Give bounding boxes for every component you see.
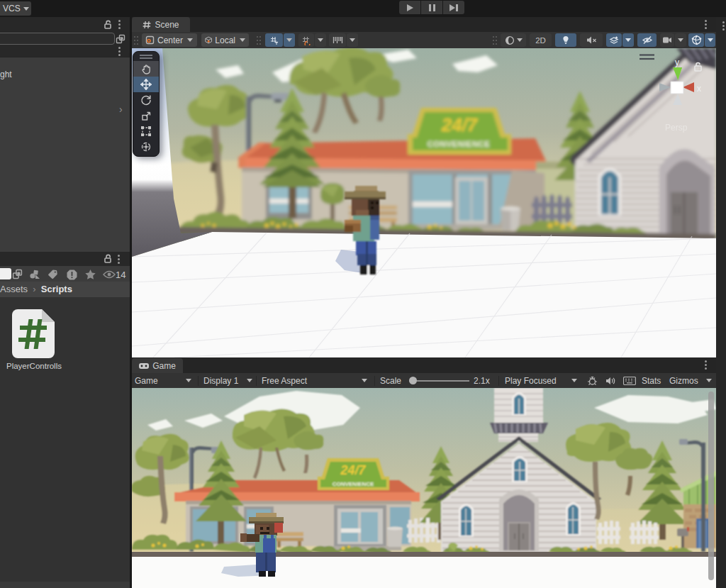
svg-text:y: y	[675, 57, 679, 67]
svg-text:Persp: Persp	[665, 123, 688, 133]
svg-text:24/7: 24/7	[441, 114, 479, 135]
svg-text:CONVENIENCE: CONVENIENCE	[333, 481, 374, 487]
svg-text:24/7: 24/7	[340, 463, 366, 477]
svg-text:x: x	[697, 84, 701, 94]
svg-text:CONVENIENCE: CONVENIENCE	[428, 140, 491, 148]
